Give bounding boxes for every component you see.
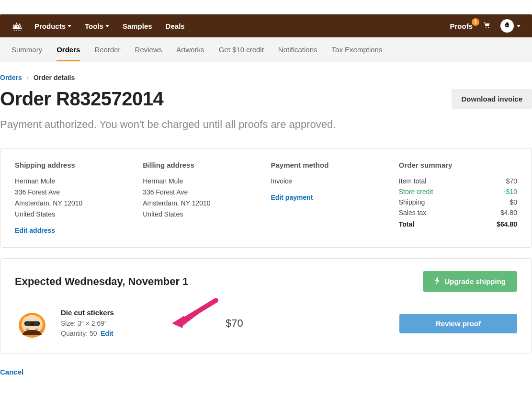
- cart-icon[interactable]: [482, 21, 491, 31]
- payment-method: Invoice: [271, 176, 389, 187]
- billing-country: United States: [143, 209, 261, 220]
- breadcrumb-orders-link[interactable]: Orders: [0, 74, 22, 81]
- product-quantity: Quantity: 50 Edit: [61, 329, 185, 339]
- product-thumbnail: [15, 306, 49, 341]
- download-invoice-button[interactable]: Download invoice: [452, 89, 532, 109]
- cancel-link[interactable]: Cancel: [0, 368, 23, 376]
- nav-samples-label: Samples: [123, 22, 152, 30]
- billing-name: Herman Mule: [143, 176, 261, 187]
- shipping-city: Amsterdam, NY 12010: [15, 198, 133, 209]
- avatar-icon: [500, 19, 514, 33]
- bolt-icon: [434, 277, 440, 286]
- tab-orders[interactable]: Orders: [57, 38, 80, 61]
- caret-down-icon: [68, 25, 71, 27]
- edit-payment-link[interactable]: Edit payment: [271, 194, 313, 201]
- nav-products-label: Products: [34, 22, 66, 30]
- shipping-country: United States: [15, 209, 133, 220]
- shipping-heading: Shipping address: [15, 161, 133, 169]
- caret-down-icon: [517, 25, 521, 27]
- qty-value: 50: [90, 330, 97, 337]
- chevron-right-icon: ›: [27, 74, 29, 81]
- shipping-column: Shipping address Herman Mule 336 Forest …: [15, 161, 133, 235]
- page-title: Order R832572014: [0, 88, 163, 110]
- billing-street: 336 Forest Ave: [143, 187, 261, 198]
- nav-tools-label: Tools: [85, 22, 103, 30]
- order-info-panel: Shipping address Herman Mule 336 Forest …: [0, 148, 532, 248]
- summary-credit-label: Store credit: [399, 188, 433, 195]
- svg-point-6: [26, 321, 31, 326]
- nav-products[interactable]: Products: [34, 22, 71, 30]
- sub-nav: Summary Orders Reorder Reviews Artworks …: [0, 37, 532, 62]
- upgrade-shipping-button[interactable]: Upgrade shipping: [423, 271, 518, 292]
- top-nav: Products Tools Samples Deals Proofs 1: [0, 14, 532, 37]
- shipping-name: Herman Mule: [15, 176, 133, 187]
- caret-down-icon: [105, 25, 109, 27]
- product-size: Size: 3″ × 2.69″: [61, 319, 185, 329]
- review-proof-button[interactable]: Review proof: [399, 314, 517, 333]
- edit-quantity-link[interactable]: Edit: [101, 330, 113, 337]
- summary-shipping-label: Shipping: [399, 198, 425, 206]
- summary-total-label: Total: [399, 220, 414, 228]
- breadcrumb: Orders › Order details: [0, 74, 532, 81]
- shipment-panel: Expected Wednesday, November 1 Upgrade s…: [0, 258, 532, 353]
- tab-summary[interactable]: Summary: [11, 38, 42, 61]
- billing-heading: Billing address: [143, 161, 261, 169]
- summary-total-value: $64.80: [497, 220, 517, 228]
- summary-item-total-value: $70: [506, 177, 517, 185]
- nav-samples[interactable]: Samples: [123, 22, 152, 30]
- breadcrumb-current: Order details: [34, 74, 75, 81]
- summary-heading: Order summary: [399, 161, 517, 169]
- nav-tools[interactable]: Tools: [85, 22, 109, 30]
- summary-tax-label: Sales tax: [399, 209, 427, 217]
- billing-city: Amsterdam, NY 12010: [143, 198, 261, 209]
- tab-notifications[interactable]: Notifications: [278, 38, 317, 61]
- tab-tax-exemptions[interactable]: Tax Exemptions: [332, 38, 383, 61]
- payment-heading: Payment method: [271, 161, 389, 169]
- product-name: Die cut stickers: [61, 308, 185, 317]
- billing-column: Billing address Herman Mule 336 Forest A…: [143, 161, 261, 235]
- svg-point-1: [506, 25, 507, 26]
- line-item-row: Die cut stickers Size: 3″ × 2.69″ Quanti…: [15, 306, 517, 341]
- expected-prefix: Expected: [15, 275, 65, 287]
- order-summary-column: Order summary Item total$70 Store credit…: [399, 161, 517, 235]
- expected-delivery: Expected Wednesday, November 1: [15, 275, 188, 288]
- tab-reorder[interactable]: Reorder: [94, 38, 120, 61]
- qty-prefix: Quantity:: [61, 330, 90, 337]
- upgrade-shipping-label: Upgrade shipping: [445, 277, 506, 285]
- shipping-street: 336 Forest Ave: [15, 187, 133, 198]
- svg-point-7: [34, 321, 38, 326]
- summary-tax-value: $4.80: [500, 209, 517, 217]
- summary-credit-value: -$10: [504, 188, 517, 195]
- tab-artworks[interactable]: Artworks: [176, 38, 204, 61]
- account-menu[interactable]: [500, 19, 521, 33]
- nav-proofs-label: Proofs: [450, 22, 473, 30]
- nav-proofs[interactable]: Proofs 1: [450, 22, 473, 30]
- tab-reviews[interactable]: Reviews: [135, 38, 162, 61]
- line-item-price: $70: [226, 317, 283, 330]
- expected-date: Wednesday, November 1: [65, 275, 188, 287]
- nav-deals[interactable]: Deals: [166, 22, 185, 30]
- svg-point-2: [508, 25, 509, 26]
- order-status-text: Payment authorized. You won't be charged…: [0, 118, 532, 131]
- edit-address-link[interactable]: Edit address: [15, 227, 55, 234]
- nav-deals-label: Deals: [166, 22, 185, 30]
- summary-shipping-value: $0: [509, 198, 517, 206]
- payment-column: Payment method Invoice Edit payment: [271, 161, 389, 235]
- logo-mule-icon[interactable]: [11, 20, 23, 32]
- summary-item-total-label: Item total: [399, 177, 427, 185]
- proofs-badge: 1: [472, 18, 479, 26]
- tab-credit[interactable]: Get $10 credit: [219, 38, 264, 61]
